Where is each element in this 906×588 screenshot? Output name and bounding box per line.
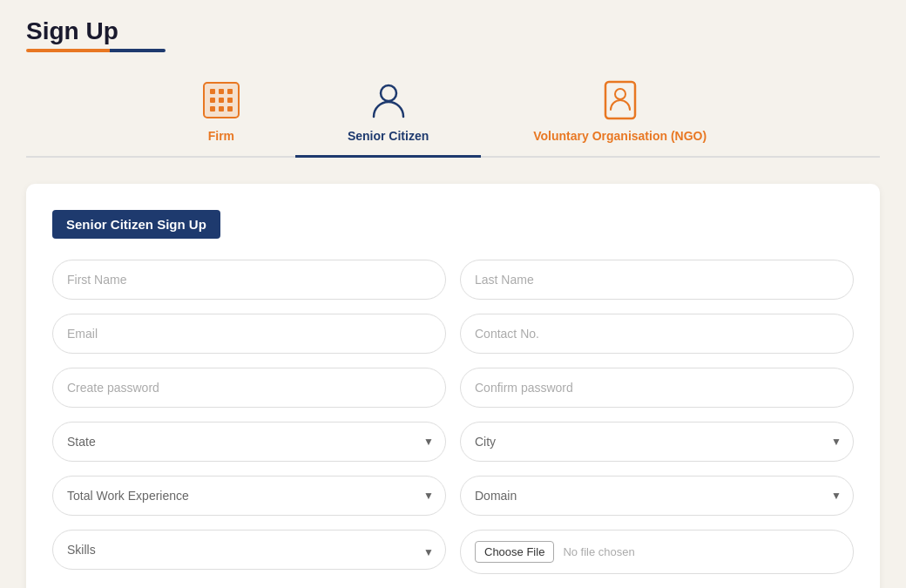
form-grid: State ▼ City ▼ Total Work Experience ▼ D… [52, 260, 854, 574]
senior-citizen-icon [367, 78, 410, 122]
form-section: Senior Citizen Sign Up State ▼ City [26, 184, 880, 588]
svg-rect-5 [210, 98, 215, 103]
state-select-wrapper: State ▼ [52, 422, 446, 462]
skills-select[interactable]: Skills [52, 530, 446, 570]
tab-senior-citizen-label: Senior Citizen [348, 129, 429, 143]
tab-firm-label: Firm [208, 129, 234, 143]
create-password-input[interactable] [52, 368, 446, 408]
tab-senior-citizen[interactable]: Senior Citizen [295, 70, 481, 156]
confirm-password-input[interactable] [460, 368, 854, 408]
svg-rect-3 [219, 89, 224, 94]
tab-firm[interactable]: Firm [147, 70, 295, 156]
svg-rect-9 [219, 106, 224, 112]
svg-point-11 [381, 85, 396, 101]
tabs-container: Firm Senior Citizen [26, 70, 880, 158]
svg-rect-4 [227, 89, 233, 94]
svg-rect-6 [219, 98, 224, 103]
choose-file-button[interactable]: Choose File [475, 541, 554, 563]
file-no-chosen-label: No file chosen [563, 545, 634, 558]
tab-ngo-label: Voluntary Organisation (NGO) [533, 129, 707, 143]
svg-rect-8 [210, 106, 215, 112]
svg-rect-2 [210, 89, 215, 94]
tab-ngo[interactable]: Voluntary Organisation (NGO) [481, 70, 759, 156]
state-select[interactable]: State [52, 422, 446, 462]
svg-point-13 [615, 89, 625, 99]
last-name-input[interactable] [460, 260, 854, 300]
form-section-title: Senior Citizen Sign Up [52, 210, 220, 239]
first-name-input[interactable] [52, 260, 446, 300]
contact-input[interactable] [460, 314, 854, 354]
ngo-icon [598, 78, 642, 122]
file-input-wrapper: Choose File No file chosen [460, 530, 854, 574]
domain-select-wrapper: Domain ▼ [460, 476, 854, 516]
work-experience-select[interactable]: Total Work Experience [52, 476, 446, 516]
firm-icon [199, 78, 243, 122]
page-wrapper: Sign Up F [0, 0, 906, 588]
page-title: Sign Up [26, 17, 880, 45]
svg-rect-7 [227, 98, 233, 103]
work-experience-select-wrapper: Total Work Experience ▼ [52, 476, 446, 516]
email-input[interactable] [52, 314, 446, 354]
skills-select-wrapper: Skills ▼ [52, 530, 446, 574]
svg-rect-10 [227, 106, 233, 112]
city-select[interactable]: City [460, 422, 854, 462]
title-underline [26, 49, 166, 52]
city-select-wrapper: City ▼ [460, 422, 854, 462]
domain-select[interactable]: Domain [460, 476, 854, 516]
